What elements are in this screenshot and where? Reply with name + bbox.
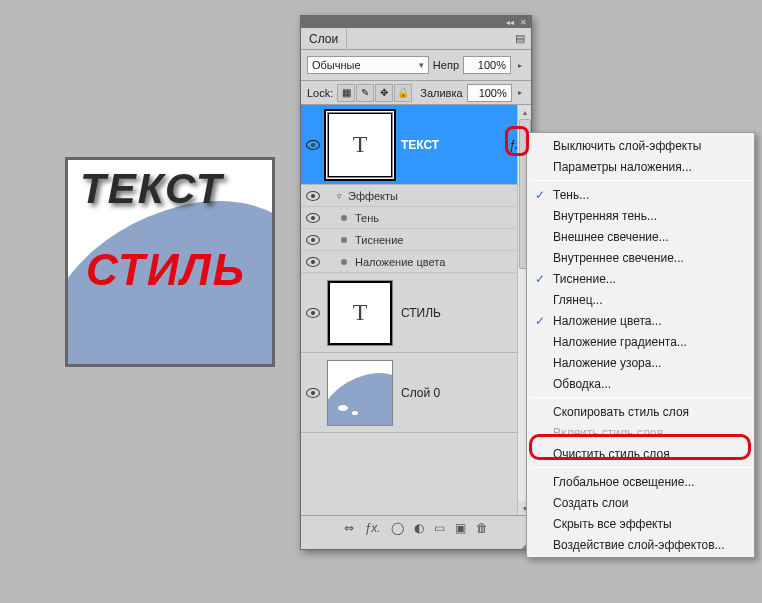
- adjustment-layer-icon[interactable]: ◐: [414, 521, 424, 535]
- lock-transparency-icon[interactable]: ▦: [337, 84, 355, 102]
- menu-item-outer-glow[interactable]: Внешнее свечение...: [527, 226, 754, 247]
- visibility-icon[interactable]: [306, 308, 320, 318]
- menu-item-stroke[interactable]: Обводка...: [527, 373, 754, 394]
- menu-item-copy-layer-style[interactable]: Скопировать стиль слоя: [527, 401, 754, 422]
- opacity-input[interactable]: 100%: [463, 56, 511, 74]
- new-group-icon[interactable]: ▭: [434, 521, 445, 535]
- menu-item-scale-effects[interactable]: Воздействие слой-эффектов...: [527, 534, 754, 555]
- annotation-circle-copy-style: [529, 434, 751, 460]
- blend-mode-value: Обычные: [312, 59, 361, 71]
- scroll-up-icon[interactable]: ▴: [518, 105, 531, 119]
- layer-style-context-menu: Выключить слой-эффекты Параметры наложен…: [526, 132, 755, 558]
- effect-row[interactable]: Тень: [301, 207, 531, 229]
- canvas-content: ТЕКСТ СТИЛЬ: [68, 160, 272, 364]
- visibility-icon[interactable]: [306, 213, 320, 223]
- layer-row[interactable]: Слой 0: [301, 353, 531, 433]
- menu-item-disable-effects[interactable]: Выключить слой-эффекты: [527, 135, 754, 156]
- close-icon[interactable]: ✕: [520, 18, 527, 27]
- collapse-icon[interactable]: ◂◂: [506, 18, 514, 27]
- layer-thumbnail[interactable]: T: [327, 112, 393, 178]
- menu-item-inner-shadow[interactable]: Внутренняя тень...: [527, 205, 754, 226]
- text-layer-icon: T: [353, 131, 368, 158]
- layer-name[interactable]: СТИЛЬ: [401, 306, 531, 320]
- delete-layer-icon[interactable]: 🗑: [476, 521, 488, 535]
- layer-row[interactable]: T СТИЛЬ: [301, 273, 531, 353]
- check-icon: ✓: [535, 188, 545, 202]
- menu-item-inner-glow[interactable]: Внутреннее свечение...: [527, 247, 754, 268]
- annotation-circle-fx: [505, 126, 529, 156]
- panel-footer: ⇔ ƒx. ◯ ◐ ▭ ▣ 🗑: [301, 515, 531, 539]
- lock-label: Lock:: [307, 87, 333, 99]
- menu-item-pattern-overlay[interactable]: Наложение узора...: [527, 352, 754, 373]
- layers-panel: ◂◂ ✕ Слои ▤ Обычные Непр 100% ▸ Lock: ▦ …: [300, 15, 532, 550]
- panel-titlebar[interactable]: ◂◂ ✕: [301, 16, 531, 28]
- text-layer-icon: T: [353, 299, 368, 326]
- menu-separator: [529, 397, 752, 398]
- menu-item-bevel[interactable]: ✓Тиснение...: [527, 268, 754, 289]
- new-layer-icon[interactable]: ▣: [455, 521, 466, 535]
- lock-position-icon[interactable]: ✥: [375, 84, 393, 102]
- effect-row[interactable]: Тиснение: [301, 229, 531, 251]
- menu-separator: [529, 180, 752, 181]
- menu-item-global-light[interactable]: Глобальное освещение...: [527, 471, 754, 492]
- effects-header-row[interactable]: ▿ Эффекты: [301, 185, 531, 207]
- layers-tab[interactable]: Слои: [301, 28, 347, 49]
- layer-name[interactable]: ТЕКСТ: [401, 138, 507, 152]
- menu-item-drop-shadow[interactable]: ✓Тень...: [527, 184, 754, 205]
- effect-name: Тень: [355, 212, 379, 224]
- visibility-icon[interactable]: [306, 257, 320, 267]
- lock-all-icon[interactable]: 🔒: [394, 84, 412, 102]
- add-mask-icon[interactable]: ◯: [391, 521, 404, 535]
- menu-item-blending-options[interactable]: Параметры наложения...: [527, 156, 754, 177]
- effect-name: Наложение цвета: [355, 256, 445, 268]
- visibility-icon[interactable]: [306, 388, 320, 398]
- fill-flyout-icon[interactable]: ▸: [516, 84, 525, 102]
- visibility-icon[interactable]: [306, 235, 320, 245]
- menu-item-color-overlay[interactable]: ✓Наложение цвета...: [527, 310, 754, 331]
- menu-item-satin[interactable]: Глянец...: [527, 289, 754, 310]
- layer-row[interactable]: T ТЕКСТ ƒx▾: [301, 105, 531, 185]
- visibility-icon[interactable]: [306, 191, 320, 201]
- opacity-label: Непр: [433, 59, 459, 71]
- effect-name: Тиснение: [355, 234, 403, 246]
- add-fx-icon[interactable]: ƒx.: [364, 521, 380, 535]
- lock-pixels-icon[interactable]: ✎: [356, 84, 374, 102]
- menu-item-create-layers[interactable]: Создать слои: [527, 492, 754, 513]
- layer-thumbnail[interactable]: [327, 360, 393, 426]
- menu-separator: [529, 467, 752, 468]
- canvas-text-2: СТИЛЬ: [86, 245, 246, 295]
- layer-thumbnail[interactable]: T: [327, 280, 393, 346]
- layers-list: T ТЕКСТ ƒx▾ ▿ Эффекты Тень Тиснение Нало…: [301, 105, 531, 515]
- resize-grip-icon[interactable]: ◢: [301, 539, 531, 549]
- opacity-flyout-icon[interactable]: ▸: [515, 56, 525, 74]
- check-icon: ✓: [535, 314, 545, 328]
- effect-row[interactable]: Наложение цвета: [301, 251, 531, 273]
- effects-header: Эффекты: [348, 190, 398, 202]
- menu-item-hide-all-effects[interactable]: Скрыть все эффекты: [527, 513, 754, 534]
- link-layers-icon[interactable]: ⇔: [344, 521, 354, 535]
- check-icon: ✓: [535, 272, 545, 286]
- blend-mode-select[interactable]: Обычные: [307, 56, 429, 74]
- document-canvas: ТЕКСТ СТИЛЬ: [65, 157, 275, 367]
- menu-item-gradient-overlay[interactable]: Наложение градиента...: [527, 331, 754, 352]
- fill-label: Заливка: [420, 87, 462, 99]
- visibility-icon[interactable]: [306, 140, 320, 150]
- panel-menu-icon[interactable]: ▤: [509, 28, 531, 49]
- fill-input[interactable]: 100%: [467, 84, 512, 102]
- caret-down-icon[interactable]: ▿: [337, 191, 342, 201]
- canvas-text-1: ТЕКСТ: [80, 165, 223, 213]
- layer-name[interactable]: Слой 0: [401, 386, 531, 400]
